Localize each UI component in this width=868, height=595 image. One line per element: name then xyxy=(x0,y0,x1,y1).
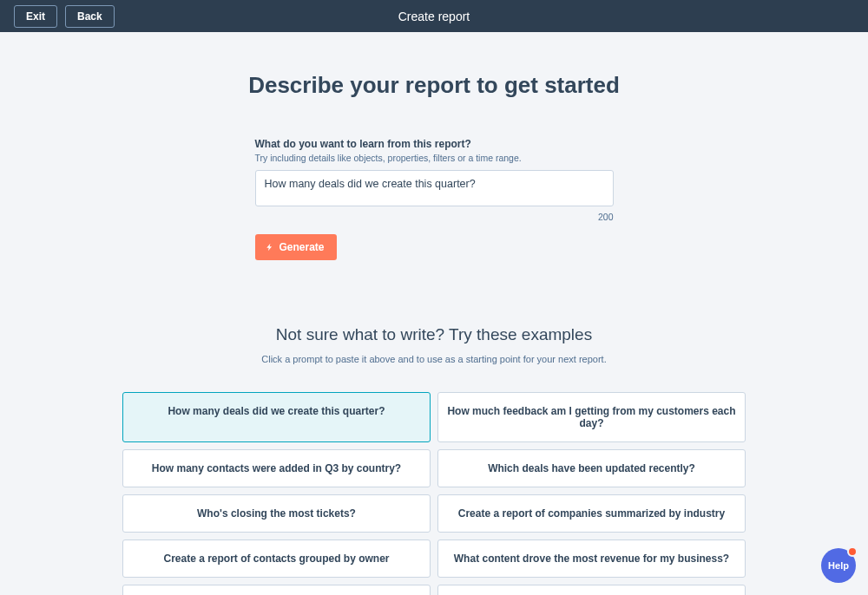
prompt-form: What do you want to learn from this repo… xyxy=(255,138,614,260)
char-counter: 200 xyxy=(255,212,614,222)
example-prompt[interactable]: How many deals did we create this quarte… xyxy=(122,392,431,442)
prompt-hint: Try including details like objects, prop… xyxy=(255,153,614,163)
example-prompt[interactable]: Who's closing the most tickets? xyxy=(122,494,431,533)
page-root: Exit Back Create report Describe your re… xyxy=(0,0,868,595)
example-prompt[interactable]: Create a report of companies summarized … xyxy=(437,494,746,533)
content-area: Describe your report to get started What… xyxy=(0,32,868,595)
prompt-label: What do you want to learn from this repo… xyxy=(255,138,614,150)
back-button[interactable]: Back xyxy=(65,5,115,28)
generate-button[interactable]: Generate xyxy=(255,234,337,260)
examples-subheading: Click a prompt to paste it above and to … xyxy=(0,354,868,364)
top-bar: Exit Back Create report xyxy=(0,0,868,32)
examples-heading: Not sure what to write? Try these exampl… xyxy=(0,325,868,344)
example-prompt[interactable]: Which deals have been updated recently? xyxy=(437,449,746,487)
prompt-input[interactable] xyxy=(255,170,614,206)
example-prompt[interactable]: What content drove the most revenue for … xyxy=(437,539,746,578)
examples-grid: How many deals did we create this quarte… xyxy=(122,392,746,595)
example-prompt[interactable]: Which campaigns had the largest impact o… xyxy=(437,585,746,595)
nav-button-group: Exit Back xyxy=(14,5,115,28)
help-button-label: Help xyxy=(828,560,849,571)
bolt-icon xyxy=(266,242,274,252)
example-prompt[interactable]: On average, how long does it take each r… xyxy=(122,585,431,595)
example-prompt[interactable]: How many contacts were added in Q3 by co… xyxy=(122,449,431,487)
main-heading: Describe your report to get started xyxy=(0,72,868,99)
generate-button-label: Generate xyxy=(279,241,325,253)
example-prompt[interactable]: Create a report of contacts grouped by o… xyxy=(122,539,431,578)
examples-section: Not sure what to write? Try these exampl… xyxy=(0,325,868,595)
help-button[interactable]: Help xyxy=(821,548,856,583)
exit-button[interactable]: Exit xyxy=(14,5,57,28)
page-title: Create report xyxy=(0,10,868,23)
example-prompt[interactable]: How much feedback am I getting from my c… xyxy=(437,392,746,442)
